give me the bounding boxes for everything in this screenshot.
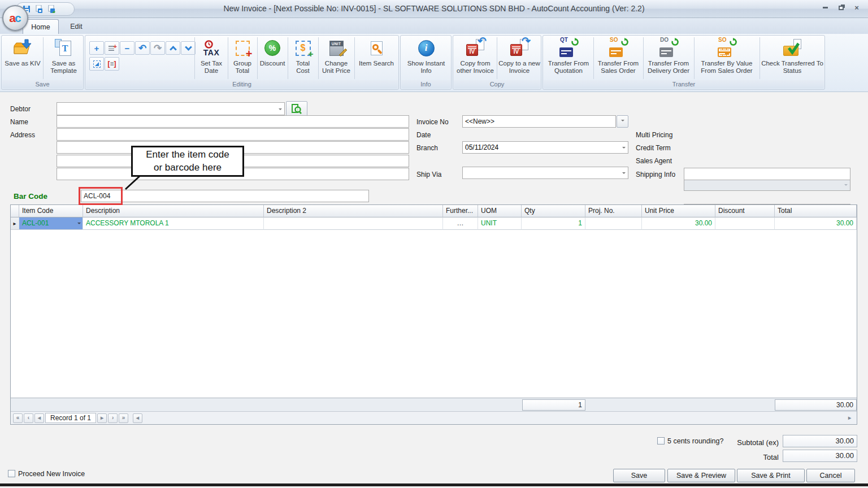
cell-unit-price[interactable]: 30.00 [642,217,715,230]
grid-header-total[interactable]: Total [775,205,857,217]
grid-header-item-code[interactable]: Item Code [19,205,83,217]
show-instant-info-button[interactable]: i Show Instant Info [402,36,450,80]
app-logo-button[interactable]: a c [2,5,28,31]
group-total-button[interactable]: + Group Total [229,36,256,80]
transfer-from-quotation-button[interactable]: QT Transfer From Quotation [545,36,592,80]
date-input[interactable] [463,142,628,153]
total-cost-button[interactable]: $ + Total Cost [289,36,317,80]
transfer-from-sales-order-button[interactable]: SO Transfer From Sales Order [594,36,642,80]
grid-header-proj-no[interactable]: Proj. No. [585,205,642,217]
copy-to-new-invoice-button[interactable]: IV ↷ Copy to a new Invoice [498,36,541,80]
nav-prev-button[interactable]: ◂ [34,413,44,423]
rounding-checkbox[interactable] [657,437,665,445]
cancel-button[interactable]: Cancel [806,469,855,482]
tab-home[interactable]: Home [23,19,59,34]
quick-save-new-icon[interactable] [47,5,56,14]
save-and-preview-button[interactable]: Save & Preview [667,469,735,482]
cell-qty[interactable]: 1 [522,217,585,230]
cell-proj-no[interactable] [585,217,642,230]
barcode-input[interactable] [81,190,369,202]
copy-from-invoice-button[interactable]: IV ↶ Copy from other Invoice [454,36,496,80]
copy-to-new-invoice-icon: IV ↷ [509,36,530,60]
check-transferred-button[interactable]: Check Transferred To Status [761,36,824,80]
nav-first-button[interactable]: « [13,413,23,423]
branch-combo[interactable] [462,167,628,179]
dropdown-arrow-icon[interactable] [622,147,626,150]
invoice-no-label: Invoice No [416,118,449,126]
delete-row-button[interactable]: − [120,41,134,55]
tab-edit[interactable]: Edit [60,19,93,34]
ribbon-group-copy-label: Copy [454,80,540,89]
name-input[interactable] [57,115,409,128]
save-as-kiv-button[interactable]: Save as KIV [3,36,42,80]
dropdown-arrow-icon[interactable] [622,172,626,176]
restore-button[interactable] [835,3,847,12]
branch-label: Branch [416,144,438,152]
nav-last-button[interactable]: » [119,413,128,423]
proceed-new-invoice-checkbox[interactable] [8,470,15,477]
save-button[interactable]: Save [613,469,665,482]
dropdown-arrow-icon[interactable] [77,223,81,226]
grid-header-qty[interactable]: Qty [522,205,585,217]
set-tax-date-button[interactable]: TAX Set Tax Date [196,36,227,80]
check-transferred-label: Check Transferred To Status [761,60,824,75]
info-i-glyph: i [425,42,428,54]
add-row-button[interactable]: + [89,41,104,55]
invoice-no-dropdown-button[interactable] [617,115,628,128]
shipping-info-input[interactable] [684,168,850,180]
transfer-from-delivery-order-button[interactable]: DO Transfer From Delivery Order [644,36,693,80]
cell-discount[interactable] [715,217,775,230]
dropdown-arrow-icon[interactable] [279,108,282,112]
close-button[interactable]: × [851,3,862,12]
cell-further[interactable]: … [443,217,478,230]
minimize-button[interactable] [819,3,831,12]
nav-prev-page-button[interactable]: ‹ [24,413,33,423]
scroll-right-button[interactable]: ▸ [845,413,854,423]
transfer-by-value-button[interactable]: SO Transfer By Value From Sales Order [695,36,758,80]
debtor-search-button[interactable] [286,101,307,116]
address-line1-input[interactable] [57,128,409,141]
discount-button[interactable]: % Discount [258,36,287,80]
quick-save-draft-icon[interactable] [34,5,44,14]
undo-button[interactable]: ↶ [135,41,150,55]
range-select-button[interactable] [89,57,104,71]
grid-header-unit-price[interactable]: Unit Price [642,205,715,217]
magnifier-handle [377,49,382,54]
cell-description[interactable]: ACCESSORY MTOROLA 1 [83,217,264,230]
branch-input[interactable] [463,167,628,178]
select-lines-button[interactable]: [≡] [105,57,119,71]
debtor-input[interactable] [57,103,284,115]
sales-agent-label: Sales Agent [636,157,672,165]
debtor-combo[interactable] [57,102,285,115]
item-search-button[interactable]: Item Search [355,36,397,80]
date-combo[interactable] [462,141,628,154]
cell-item-code[interactable]: ACL-001 [19,217,83,230]
record-counter: Record 1 of 1 [45,413,96,423]
move-down-button[interactable] [181,41,196,55]
save-as-template-button[interactable]: T Save as Template [44,36,83,80]
title-bar: New Invoice - [Next Possible No: INV-001… [0,0,868,18]
grid-header-description2[interactable]: Description 2 [264,205,443,217]
grid-header-discount[interactable]: Discount [715,205,775,217]
cell-description2[interactable] [264,217,443,230]
grid-header-description[interactable]: Description [83,205,264,217]
insert-row-button[interactable]: + [105,41,119,55]
move-up-button[interactable] [166,41,180,55]
cell-total[interactable]: 30.00 [775,217,857,230]
nav-next-page-button[interactable]: › [108,413,118,423]
invoice-no-input[interactable] [462,115,616,128]
save-and-print-button[interactable]: Save & Print [737,469,805,482]
change-unit-price-button[interactable]: UNIT Change Unit Price [319,36,353,80]
grid-header-uom[interactable]: UOM [478,205,522,217]
nav-next-button[interactable]: ▸ [97,413,107,423]
grid-header-further[interactable]: Further... [443,205,478,217]
callout-line2: or barcode here [154,162,222,175]
transfer-from-quotation-icon: QT [558,36,579,60]
redo-button[interactable]: ↷ [150,41,165,55]
grid-header-indicator [11,205,19,217]
iv-glyph: IV [470,49,475,55]
ribbon-separator [288,37,288,79]
name-label: Name [10,118,28,126]
scroll-left-button[interactable]: ◂ [133,413,142,423]
cell-uom[interactable]: UNIT [478,217,522,230]
